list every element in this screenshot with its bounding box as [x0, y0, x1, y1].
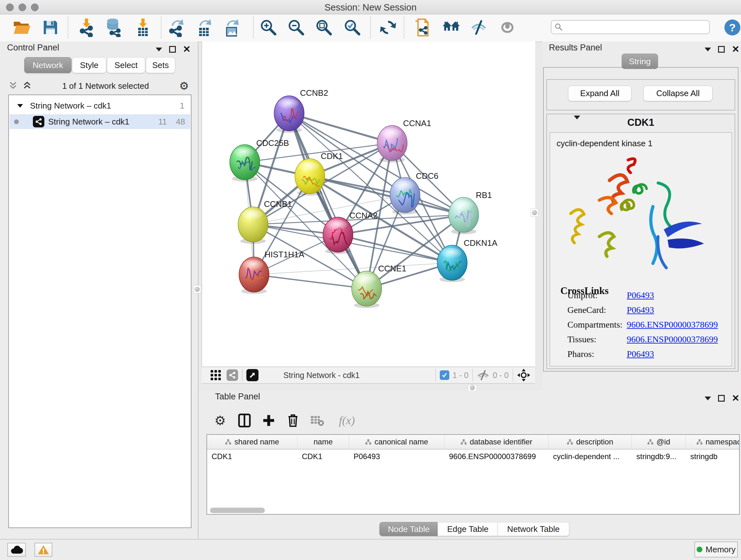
fit-content-crosshair-icon[interactable]	[517, 368, 530, 382]
float-panel-icon[interactable]	[169, 46, 176, 53]
panel-menu-icon[interactable]	[156, 48, 162, 51]
node-CCNB2[interactable]	[274, 96, 304, 133]
home-button[interactable]	[441, 17, 461, 38]
node-CCNE1[interactable]	[352, 271, 382, 308]
horizontal-scrollbar-thumb[interactable]	[210, 508, 265, 513]
delete-column-button[interactable]	[284, 412, 302, 429]
table-cell[interactable]: 9606.ENSP00000378699	[445, 449, 549, 463]
expand-all-button[interactable]: Expand All	[568, 85, 631, 101]
grid-view-icon[interactable]	[210, 369, 221, 381]
table-row[interactable]: CDK1CDK1P064939606.ENSP00000378699cyclin…	[207, 449, 739, 463]
network-options-gear-icon[interactable]: ⚙	[179, 80, 189, 91]
edge-HIST1H1A-CCNE1[interactable]	[254, 274, 367, 289]
column-header-description[interactable]: description	[549, 435, 632, 449]
export-image-button[interactable]	[221, 17, 242, 38]
current-network-title: String Network - cdk1	[283, 371, 360, 380]
import-network-from-file-button[interactable]	[76, 17, 97, 38]
crosslink-link[interactable]: 9606.ENSP00000378699	[627, 320, 718, 330]
search-input[interactable]	[551, 20, 710, 34]
help-button[interactable]: ?	[724, 19, 740, 36]
table-cell[interactable]: stringdb:9...	[632, 449, 686, 463]
node-RB1[interactable]	[449, 197, 479, 234]
tab-network-table[interactable]: Network Table	[497, 522, 569, 536]
column-header-canonical-name[interactable]: canonical name	[349, 435, 445, 449]
zoom-fit-button[interactable]	[314, 17, 334, 38]
edge-CCNB2-CCNE1[interactable]	[289, 113, 367, 289]
network-share-icon[interactable]	[226, 369, 238, 381]
close-panel-icon[interactable]: ✕	[732, 394, 739, 403]
delete-table-button[interactable]	[308, 412, 326, 429]
tab-node-table[interactable]: Node Table	[380, 522, 438, 536]
selected-items-checkbox-icon[interactable]	[440, 370, 449, 380]
memory-button[interactable]: Memory	[694, 542, 738, 557]
float-panel-icon[interactable]	[718, 395, 725, 401]
import-network-from-database-button[interactable]	[104, 17, 124, 38]
selected-count: 1 - 0	[453, 371, 468, 380]
crosslink-row: GeneCard:P06493	[567, 303, 733, 317]
float-panel-icon[interactable]	[718, 46, 725, 53]
open-session-button[interactable]	[11, 17, 32, 38]
crosslink-label: Uniprot:	[567, 290, 627, 300]
cloud-status-button[interactable]	[7, 543, 26, 557]
zoom-selected-button[interactable]	[342, 17, 362, 38]
show-columns-button[interactable]	[235, 412, 253, 429]
tab-string[interactable]: String	[622, 54, 658, 69]
network-row-selected[interactable]: String Network – cdk1 11 48	[10, 114, 190, 129]
horizontal-splitter-handle[interactable]	[468, 384, 477, 391]
crosslink-link[interactable]: P06493	[627, 290, 654, 300]
node-CCNB1[interactable]	[238, 207, 268, 244]
table-cell[interactable]: P06493	[349, 449, 445, 463]
tab-select[interactable]: Select	[107, 57, 145, 73]
column-header--id[interactable]: @id	[632, 435, 686, 449]
tree-expander-icon[interactable]	[17, 104, 23, 108]
network-graph[interactable]: CCNB2CCNA1CDC25BCDK1CDC6RB1CCNB1CCNA2CDK…	[202, 42, 535, 367]
zoom-out-button[interactable]	[286, 17, 307, 38]
export-table-button[interactable]	[194, 17, 214, 38]
edge-CCNB2-CCNA1[interactable]	[289, 113, 392, 143]
share-file-button[interactable]	[412, 17, 432, 38]
warnings-button[interactable]	[35, 543, 52, 557]
node-CDKN1A[interactable]	[437, 245, 467, 282]
tab-style[interactable]: Style	[72, 57, 106, 73]
table-cell[interactable]: CDK1	[207, 449, 297, 463]
close-panel-icon[interactable]: ✕	[732, 45, 739, 54]
export-network-button[interactable]	[166, 17, 187, 38]
node-CCNA1[interactable]	[377, 125, 407, 163]
import-table-from-file-button[interactable]	[133, 17, 153, 38]
save-session-button[interactable]	[40, 17, 61, 38]
zoom-in-button[interactable]	[258, 17, 279, 38]
table-cell[interactable]: cyclin-dependent ...	[549, 449, 632, 463]
create-column-button[interactable]	[260, 412, 278, 429]
collapse-all-icon[interactable]	[8, 81, 18, 91]
column-header-name[interactable]: name	[297, 435, 349, 449]
node-CDC25B[interactable]	[230, 145, 260, 182]
function-builder-button[interactable]: f(x)	[333, 412, 361, 429]
tab-edge-table[interactable]: Edge Table	[437, 522, 498, 536]
tab-sets[interactable]: Sets	[146, 57, 175, 73]
close-panel-icon[interactable]: ✕	[183, 45, 191, 54]
node-CDC6[interactable]	[390, 178, 420, 214]
refresh-button[interactable]	[378, 17, 398, 38]
panel-menu-icon[interactable]	[704, 396, 711, 400]
column-header-namespace[interactable]: namespace	[686, 435, 740, 449]
column-header-shared-name[interactable]: shared name	[207, 435, 297, 449]
table-options-gear-button[interactable]: ⚙	[211, 412, 229, 429]
table-cell[interactable]: stringdb	[686, 449, 740, 463]
panel-menu-icon[interactable]	[704, 48, 711, 51]
birds-eye-view-icon[interactable]	[246, 369, 259, 381]
hide-panel-button[interactable]	[468, 17, 489, 38]
network-collection-row[interactable]: String Network – cdk1 1	[10, 98, 190, 113]
expand-all-icon[interactable]	[22, 81, 32, 91]
node-HIST1H1A[interactable]	[239, 257, 269, 294]
vertical-splitter-handle[interactable]	[193, 285, 201, 294]
crosslink-link[interactable]: 9606.ENSP00000378699	[627, 334, 718, 345]
column-header-database-identifier[interactable]: database identifier	[445, 435, 549, 449]
crosslink-link[interactable]: P06493	[627, 305, 654, 315]
table-cell[interactable]: CDK1	[297, 449, 349, 463]
network-view-canvas[interactable]: CCNB2CCNA1CDC25BCDK1CDC6RB1CCNB1CCNA2CDK…	[202, 42, 535, 367]
vertical-splitter-handle[interactable]	[531, 208, 538, 217]
tab-network[interactable]: Network	[24, 57, 71, 73]
collapse-all-button[interactable]: Collapse All	[643, 85, 713, 101]
show-panel-button[interactable]	[497, 17, 518, 38]
crosslink-link[interactable]: P06493	[627, 349, 654, 359]
